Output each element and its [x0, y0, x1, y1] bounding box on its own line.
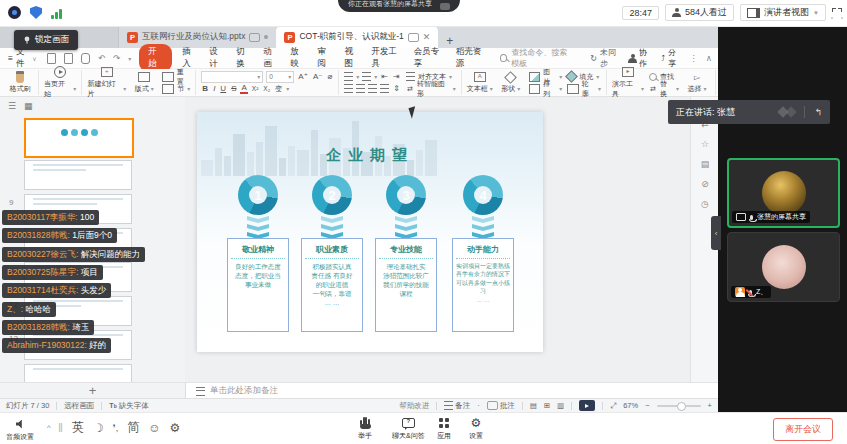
menu-docer[interactable]: 稻壳资源 [454, 46, 488, 70]
notice-action-button[interactable] [440, 3, 450, 10]
redo-icon[interactable]: ↷ [113, 53, 120, 63]
comment-icon[interactable] [408, 33, 419, 42]
menu-view[interactable]: 视图 [343, 46, 362, 70]
share-button[interactable]: ⤴ 分享 [661, 47, 681, 69]
slide-thumbnail-selected[interactable] [24, 118, 134, 158]
thumbnail-view-icon[interactable]: ▦ [24, 101, 33, 111]
missing-font-indicator[interactable]: Tb缺失字体 [109, 401, 148, 411]
add-slide-button[interactable]: + [0, 383, 186, 399]
settings-button[interactable]: ⚙ 设置 [469, 416, 483, 441]
menu-design[interactable]: 设计 [207, 46, 226, 70]
raise-hand-button[interactable]: 举手 [358, 416, 372, 441]
slide-canvas[interactable]: 企业期望 1 2 3 4 [185, 97, 690, 382]
menu-member[interactable]: 会员专享 [412, 46, 446, 70]
font-size-select[interactable]: 0▾ [266, 71, 294, 83]
bullet-list-icon[interactable] [344, 72, 353, 81]
strikethrough-button[interactable]: S [230, 84, 237, 93]
decrease-indent-icon[interactable]: ⇤ [380, 72, 389, 81]
menu-home-active[interactable]: 开始 [139, 44, 172, 72]
video-tile-participant[interactable]: Z、 [727, 232, 840, 302]
zoom-out-icon[interactable]: − [645, 401, 649, 410]
comment-icon[interactable] [249, 33, 260, 42]
help-improve-link[interactable]: 帮助改进 [399, 401, 429, 411]
menu-review[interactable]: 审阅 [315, 46, 334, 70]
recording-indicator-icon[interactable] [8, 6, 21, 19]
to-smartart-button[interactable]: ⇄转智能图形▾ [406, 84, 456, 94]
new-slide-button[interactable]: + 新建幻灯片▾ [87, 67, 126, 99]
properties-icon[interactable]: ▤ [701, 159, 710, 169]
zoom-in-icon[interactable]: + [708, 401, 712, 410]
line-spacing-icon[interactable]: ⇕ [392, 84, 401, 93]
font-color-button[interactable]: A [240, 83, 247, 94]
superscript-button[interactable]: X² [251, 85, 260, 92]
justify-icon[interactable] [380, 84, 389, 93]
slide-thumbnail[interactable] [24, 160, 132, 190]
ime-punctuation-icon[interactable]: ❜, [113, 423, 118, 433]
zoom-level[interactable]: 67% [623, 401, 638, 410]
zoom-slider[interactable] [657, 405, 701, 407]
decrease-font-icon[interactable]: A⁻ [312, 72, 324, 81]
italic-button[interactable]: I [212, 84, 216, 93]
shapes-button[interactable]: 形状▾ [498, 72, 524, 94]
align-right-icon[interactable] [368, 84, 377, 93]
reset-button[interactable]: 重置 [162, 72, 190, 82]
new-tab-button[interactable]: + [446, 34, 453, 48]
slide[interactable]: 企业期望 1 2 3 4 [197, 112, 543, 352]
leave-meeting-button[interactable]: 离开会议 [773, 418, 833, 441]
play-from-current-button[interactable]: 当页开始▾ [44, 67, 76, 99]
watching-notice-pill[interactable]: 你正在观看张慧的屏幕共享 [338, 0, 460, 12]
normal-view-icon[interactable]: ▤ [530, 401, 537, 410]
favorites-icon[interactable]: ☆ [701, 139, 709, 149]
menu-animation[interactable]: 动画 [261, 46, 280, 70]
menu-devtools[interactable]: 开发工具 [370, 46, 404, 70]
ime-moon-icon[interactable]: ☽ [93, 421, 104, 435]
subscript-button[interactable]: X₂ [262, 85, 271, 92]
fit-slide-icon[interactable]: ⤢ [610, 401, 616, 411]
notes-placeholder[interactable]: 单击此处添加备注 [196, 385, 278, 397]
ime-settings-icon[interactable]: ⚙ [169, 421, 180, 435]
section-button[interactable]: 节▾ [162, 84, 190, 94]
sorter-view-icon[interactable]: ⊞ [544, 401, 550, 410]
apps-button[interactable]: 应用 [437, 416, 451, 441]
restrict-icon[interactable]: ⊘ [701, 179, 709, 189]
panel-collapse-handle[interactable]: ‹ [711, 216, 721, 250]
align-center-icon[interactable] [356, 84, 365, 93]
close-tab-icon[interactable]: ✕ [423, 32, 431, 42]
chat-qa-button[interactable]: ? 聊天&问答 [392, 416, 425, 441]
ime-language[interactable]: 英 [72, 419, 84, 436]
fullscreen-icon[interactable] [832, 8, 842, 18]
video-tile-speaker[interactable]: 张慧的屏幕共享 [727, 158, 840, 228]
numbered-list-icon[interactable] [362, 72, 371, 81]
slide-thumbnail[interactable] [24, 364, 132, 384]
history-icon[interactable]: ◷ [701, 199, 709, 209]
arrange-button[interactable]: 排列▾ [529, 84, 563, 94]
outline-view-icon[interactable]: ☰ [8, 101, 16, 111]
ime-simplified[interactable]: 简 [127, 419, 139, 436]
theme-name[interactable]: 远程画面 [64, 401, 94, 411]
present-tools-button[interactable]: ▸ 演示工具▾ [612, 67, 644, 99]
increase-indent-icon[interactable]: ⇥ [392, 72, 401, 81]
replace-button[interactable]: ⇄替换▾ [649, 84, 679, 94]
audio-settings-button[interactable]: 音频设置 [6, 417, 34, 442]
undo-icon[interactable]: ↶ [98, 53, 105, 63]
increase-font-icon[interactable]: A⁺ [297, 72, 309, 81]
menu-transition[interactable]: 切换 [234, 46, 253, 70]
shield-icon[interactable] [30, 6, 42, 19]
notes-toggle[interactable]: 备注 [444, 401, 470, 411]
view-mode-selector[interactable]: 演讲者视图 ▼ [740, 4, 826, 21]
collapse-ribbon-icon[interactable]: ∧ [706, 53, 712, 63]
font-family-select[interactable]: ▾ [201, 71, 263, 83]
ime-toolbar[interactable]: ‖ 英 ☽ ❜, 简 ☺ ⚙ [58, 419, 180, 436]
save-icon[interactable] [47, 53, 56, 64]
viewers-count[interactable]: 584人看过 [665, 4, 734, 21]
print-preview-icon[interactable] [81, 53, 90, 64]
clear-format-icon[interactable]: ⌀ [326, 72, 333, 81]
more-icon[interactable]: ▾ [128, 55, 131, 62]
network-signal-icon[interactable] [51, 7, 62, 19]
restore-arrow-icon[interactable]: ↰ [814, 107, 822, 117]
tab-document-2-active[interactable]: P COT-职前引导、认识就业-1 ✕ [276, 26, 438, 48]
slideshow-play-button[interactable] [579, 400, 595, 411]
outline-button[interactable]: 轮廓▾ [567, 84, 601, 94]
print-icon[interactable] [64, 53, 73, 64]
underline-button[interactable]: U [219, 84, 227, 93]
